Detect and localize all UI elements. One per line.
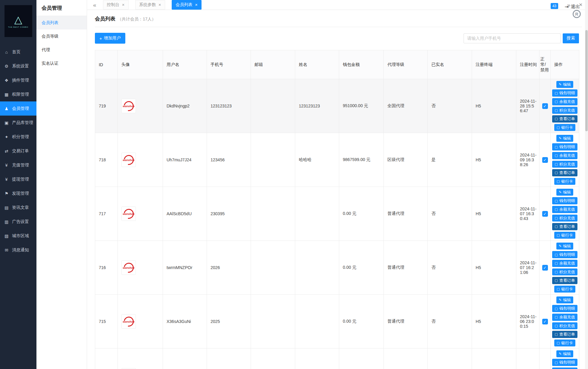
submenu-item-member-list[interactable]: 会员列表 bbox=[36, 16, 87, 29]
user-avatar[interactable]: wanshop bbox=[121, 153, 136, 167]
sidebar-item-label: 广告设置 bbox=[12, 219, 29, 225]
submenu-item-real-name-auth[interactable]: 实名认证 bbox=[36, 57, 87, 70]
member-username: DkdNvjngp2 bbox=[167, 104, 189, 108]
sidebar-item-permission-management[interactable]: ▦ 权限管理 bbox=[0, 87, 36, 101]
action-button-view-orders[interactable]: ▢ 查看订单 bbox=[552, 115, 577, 122]
action-button-edit[interactable]: ✎ 编辑 bbox=[556, 189, 573, 196]
action-button-wallet-detail[interactable]: ▢ 钱包明细 bbox=[552, 359, 577, 366]
plus-icon: + bbox=[99, 36, 102, 41]
tab-close-icon[interactable]: ✕ bbox=[122, 3, 125, 7]
tab-close-icon[interactable]: ✕ bbox=[195, 3, 198, 7]
user-avatar[interactable]: wanshop bbox=[121, 260, 136, 275]
sidebar-item-points-management[interactable]: ✦ 积分管理 bbox=[0, 130, 36, 144]
sidebar-item-system-settings[interactable]: ⚙ 系统设置 bbox=[0, 59, 36, 73]
sidebar-item-message-notice[interactable]: ✉ 消息通知 bbox=[0, 243, 36, 257]
action-button-view-orders[interactable]: ▢ 查看订单 bbox=[552, 277, 577, 284]
action-button-bank-card[interactable]: ▢ 银行卡 bbox=[554, 232, 575, 239]
sidebar-item-product-library[interactable]: ▣ 产品库管理 bbox=[0, 116, 36, 130]
action-button-view-orders[interactable]: ▢ 查看订单 bbox=[552, 223, 577, 230]
document-icon: ▢ bbox=[555, 324, 558, 327]
column-header-id: ID bbox=[95, 50, 118, 79]
action-button-balance-recharge[interactable]: ▢ 余额充值 bbox=[552, 98, 577, 105]
scrollbar-thumb[interactable] bbox=[585, 30, 588, 131]
table-row-716: 716 wanshop twrmMNZPOr 2026 0.00 元 普通代理 … bbox=[95, 241, 579, 295]
action-button-bank-card[interactable]: ▢ 银行卡 bbox=[554, 286, 575, 293]
user-avatar[interactable]: wanshop bbox=[121, 99, 136, 113]
tabs-scroll-left-icon[interactable]: « bbox=[93, 2, 96, 8]
logout-button[interactable]: ⇥ 退出 bbox=[565, 4, 580, 10]
trade-orders-icon: ⇄ bbox=[4, 149, 9, 153]
sidebar-item-member-management[interactable]: ♟ 会员管理 bbox=[0, 101, 36, 116]
action-button-balance-recharge[interactable]: ▢ 余额充值 bbox=[552, 260, 577, 267]
status-toggle[interactable]: ✓ bbox=[542, 319, 548, 324]
action-button-wallet-detail[interactable]: ▢ 钱包明细 bbox=[552, 251, 577, 258]
column-header-username: 用户名 bbox=[163, 50, 207, 79]
sidebar-item-ad-settings[interactable]: ▥ 广告设置 bbox=[0, 215, 36, 229]
action-button-points-recharge[interactable]: ▢ 积分充值 bbox=[552, 215, 577, 222]
sidebar-item-recharge-management[interactable]: ¥ 充值管理 bbox=[0, 158, 36, 172]
member-name: 123123123 bbox=[299, 104, 320, 108]
action-button-points-recharge[interactable]: ▢ 积分充值 bbox=[552, 322, 577, 330]
action-button-edit[interactable]: ✎ 编辑 bbox=[556, 350, 573, 358]
action-button-balance-recharge[interactable]: ▢ 余额充值 bbox=[552, 314, 577, 321]
add-user-button[interactable]: + 增加用户 bbox=[95, 33, 125, 44]
status-toggle[interactable]: ✓ bbox=[542, 265, 548, 271]
submenu-item-member-level[interactable]: 会员等级 bbox=[36, 29, 87, 43]
document-icon: ▢ bbox=[557, 287, 560, 291]
tab-console[interactable]: 控制台 ✕ bbox=[103, 0, 129, 10]
sidebar-item-trade-orders[interactable]: ⇄ 交易订单 bbox=[0, 144, 36, 158]
tab-close-icon[interactable]: ✕ bbox=[158, 3, 161, 7]
action-button-balance-recharge[interactable]: ▢ 余额充值 bbox=[552, 206, 577, 213]
action-button-points-recharge[interactable]: ▢ 积分充值 bbox=[552, 161, 577, 168]
action-button-balance-recharge[interactable]: ▢ 余额充值 bbox=[552, 152, 577, 159]
action-button-edit[interactable]: ✎ 编辑 bbox=[556, 243, 573, 250]
action-button-view-orders[interactable]: ▢ 查看订单 bbox=[552, 331, 577, 338]
action-button-edit[interactable]: ✎ 编辑 bbox=[556, 81, 573, 88]
table-row-718: 718 wanshop Uh7muJ7J24 123456 哈哈哈 986759… bbox=[95, 133, 579, 187]
action-button-bank-card[interactable]: ▢ 银行卡 bbox=[554, 178, 575, 185]
action-label: 银行卡 bbox=[561, 340, 573, 346]
sidebar-item-label: 消息通知 bbox=[12, 247, 29, 253]
action-button-wallet-detail[interactable]: ▢ 钱包明细 bbox=[552, 305, 577, 312]
sidebar-item-label: 首页 bbox=[12, 49, 20, 55]
action-button-balance-recharge[interactable]: ▢ 余额充值 bbox=[552, 367, 577, 369]
column-header-phone: 手机号 bbox=[207, 50, 251, 79]
status-toggle[interactable]: ✓ bbox=[542, 211, 548, 217]
status-toggle[interactable]: ✓ bbox=[542, 103, 548, 109]
action-button-wallet-detail[interactable]: ▢ 钱包明细 bbox=[552, 89, 577, 97]
notification-badge[interactable]: 43 bbox=[551, 3, 558, 9]
sidebar-item-label: 插件管理 bbox=[12, 78, 29, 83]
user-avatar[interactable]: wanshop bbox=[121, 206, 136, 221]
document-icon: ▢ bbox=[557, 180, 560, 183]
sidebar-item-withdraw-management[interactable]: ¥ 提现管理 bbox=[0, 172, 36, 186]
status-toggle[interactable]: ✓ bbox=[542, 157, 548, 163]
submenu-item-agent[interactable]: 代理 bbox=[36, 43, 87, 57]
action-button-wallet-detail[interactable]: ▢ 钱包明细 bbox=[552, 143, 577, 150]
sidebar-item-city-region[interactable]: ▧ 城市区域 bbox=[0, 229, 36, 243]
action-button-view-orders[interactable]: ▢ 查看订单 bbox=[552, 169, 577, 176]
action-button-edit[interactable]: ✎ 编辑 bbox=[556, 135, 573, 142]
registered-mark-widget[interactable]: R bbox=[573, 10, 581, 18]
search-button[interactable]: 搜索 bbox=[563, 33, 579, 43]
member-username: AAlScBD5dU bbox=[167, 211, 192, 216]
search-input[interactable] bbox=[464, 33, 561, 43]
action-button-points-recharge[interactable]: ▢ 积分充值 bbox=[552, 268, 577, 276]
column-header-label: 头像 bbox=[121, 62, 130, 67]
member-id: 718 bbox=[99, 157, 106, 162]
tab-member-list[interactable]: 会员列表 ✕ bbox=[172, 0, 202, 10]
member-phone: 123456 bbox=[211, 157, 225, 162]
scrollbar[interactable] bbox=[585, 0, 588, 369]
action-button-wallet-detail[interactable]: ▢ 钱包明细 bbox=[552, 197, 577, 204]
sidebar-item-plugin-management[interactable]: ❖ 插件管理 bbox=[0, 73, 36, 87]
sidebar-item-discover-management[interactable]: ⚑ 发现管理 bbox=[0, 186, 36, 200]
action-button-bank-card[interactable]: ▢ 银行卡 bbox=[554, 124, 575, 131]
user-avatar[interactable]: wanshop bbox=[121, 314, 136, 329]
member-phone: 2026 bbox=[211, 265, 220, 270]
tab-system-params[interactable]: 系统参数 ✕ bbox=[135, 0, 165, 10]
sidebar-item-home[interactable]: ⌂ 首页 bbox=[0, 45, 36, 59]
sidebar-item-news-articles[interactable]: ▤ 资讯文章 bbox=[0, 200, 36, 215]
plugin-icon: ❖ bbox=[4, 78, 9, 83]
action-button-points-recharge[interactable]: ▢ 积分充值 bbox=[552, 107, 577, 114]
action-button-edit[interactable]: ✎ 编辑 bbox=[556, 296, 573, 304]
action-button-bank-card[interactable]: ▢ 银行卡 bbox=[554, 340, 575, 347]
